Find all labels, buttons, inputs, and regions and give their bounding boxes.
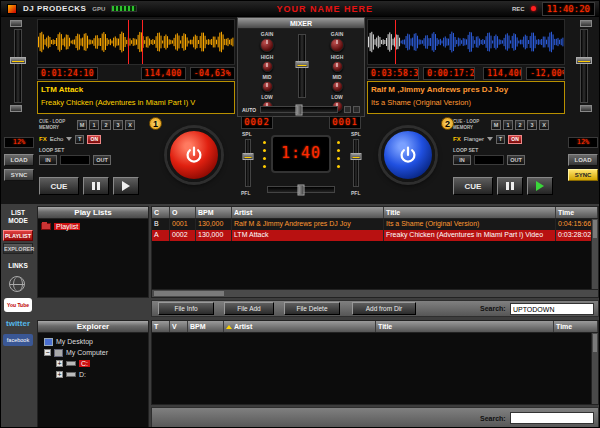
browser-table-scrollbar[interactable] <box>591 333 598 404</box>
memory-button[interactable]: 3 <box>527 120 537 130</box>
globe-icon[interactable] <box>9 276 25 292</box>
memory-button[interactable]: M <box>491 120 501 130</box>
expander-icon[interactable] <box>56 371 63 378</box>
browser-col-time[interactable]: Time <box>554 321 598 332</box>
left-fx-row: FX Echo T ON <box>39 134 151 144</box>
right-mid-knob[interactable] <box>332 81 343 92</box>
tree-node-drive-d[interactable]: D: <box>38 369 148 380</box>
fx-tap-button[interactable]: T <box>75 135 84 144</box>
left-high-knob[interactable] <box>262 61 273 72</box>
memory-button[interactable]: 1 <box>89 120 99 130</box>
file-delete-button[interactable]: File Delete <box>284 302 340 315</box>
left-sync-button[interactable]: SYNC <box>4 169 34 181</box>
memory-button[interactable]: 2 <box>515 120 525 130</box>
right-high-knob[interactable] <box>332 61 343 72</box>
facebook-link[interactable]: facebook <box>3 334 33 346</box>
loop-in-button[interactable]: IN <box>453 155 471 165</box>
mixer-level-fader[interactable] <box>298 34 306 98</box>
browser-col-t[interactable]: T <box>152 321 170 332</box>
file-info-button[interactable]: File Info <box>158 302 214 315</box>
spl-label: SPL <box>242 131 252 137</box>
crossfader[interactable] <box>260 106 338 113</box>
memory-button[interactable]: 2 <box>101 120 111 130</box>
chevron-down-icon[interactable] <box>487 137 493 141</box>
left-play-transport-button[interactable] <box>113 177 139 195</box>
loop-out-button[interactable]: OUT <box>93 155 111 165</box>
fx-tap-button[interactable]: T <box>496 135 505 144</box>
track-col-title[interactable]: Title <box>384 207 556 218</box>
left-pause-button[interactable] <box>83 177 109 195</box>
fx-on-button[interactable]: ON <box>87 135 101 144</box>
right-track-artist: Ralf M ,Jimmy Andrews pres DJ Joy <box>371 85 561 94</box>
right-pitch-fader[interactable] <box>580 29 588 103</box>
track-col-bpm[interactable]: BPM <box>196 207 232 218</box>
memory-button[interactable]: M <box>77 120 87 130</box>
track-table-scrollbar[interactable] <box>591 219 598 289</box>
right-pitch-minus-button[interactable] <box>580 105 592 112</box>
fx-on-button[interactable]: ON <box>508 135 522 144</box>
track-col-o[interactable]: O <box>170 207 196 218</box>
expander-icon[interactable] <box>56 360 63 367</box>
right-gain-knob[interactable] <box>330 38 344 52</box>
tree-node-drive-c[interactable]: C: <box>38 358 148 369</box>
left-pitch-minus-button[interactable] <box>10 105 22 112</box>
loop-in-button[interactable]: IN <box>39 155 57 165</box>
track-row[interactable]: B 0001 130,000 Ralf M & Jimmy Andrews pr… <box>152 219 598 230</box>
right-pitch-plus-button[interactable] <box>580 20 592 27</box>
browser-search-input[interactable] <box>510 412 594 424</box>
memory-button[interactable]: 1 <box>503 120 513 130</box>
left-waveform[interactable] <box>37 19 235 65</box>
memory-button[interactable]: X <box>125 120 135 130</box>
right-play-button[interactable] <box>381 128 435 182</box>
left-cue-button[interactable]: CUE <box>39 177 79 195</box>
loop-out-button[interactable]: OUT <box>507 155 525 165</box>
left-load-button[interactable]: LOAD <box>4 154 34 166</box>
chevron-down-icon[interactable] <box>66 137 72 141</box>
mixer-icon[interactable] <box>344 106 351 113</box>
youtube-link[interactable]: You Tube <box>4 298 32 312</box>
playlist-item[interactable]: Playlist <box>38 219 148 234</box>
track-table-empty-area <box>152 241 598 289</box>
mid-label: MID <box>252 74 282 80</box>
explorer-mode-button[interactable]: EXPLORER <box>3 243 33 254</box>
browser-col-bpm[interactable]: BPM <box>188 321 224 332</box>
pause-icon <box>92 182 95 190</box>
left-pitch-fader[interactable] <box>14 29 22 103</box>
left-mid-knob[interactable] <box>262 81 273 92</box>
browser-col-title[interactable]: Title <box>376 321 554 332</box>
tree-node-my-computer[interactable]: My Computer <box>38 347 148 358</box>
expander-icon[interactable] <box>44 349 51 356</box>
left-pfl-fader[interactable] <box>245 139 251 187</box>
right-pfl-fader[interactable] <box>353 139 359 187</box>
track-col-c[interactable]: C <box>152 207 170 218</box>
track-table-hscrollbar[interactable] <box>152 289 598 297</box>
deck-1-badge: 1 <box>149 117 162 130</box>
left-pitch-plus-button[interactable] <box>10 20 22 27</box>
twitter-link[interactable]: twitter <box>2 319 34 328</box>
tree-node-my-desktop[interactable]: My Desktop <box>38 336 148 347</box>
mix-fader[interactable] <box>267 186 335 193</box>
right-sync-button[interactable]: SYNC <box>568 169 598 181</box>
track-col-artist[interactable]: Artist <box>232 207 384 218</box>
left-play-button[interactable] <box>167 128 221 182</box>
memory-button[interactable]: 3 <box>113 120 123 130</box>
right-load-button[interactable]: LOAD <box>568 154 598 166</box>
cell-c: B <box>152 219 170 230</box>
track-row[interactable]: A 0002 130,000 LTM Attack Freaky Chicken… <box>152 230 598 241</box>
right-waveform[interactable] <box>367 19 565 65</box>
add-from-dir-button[interactable]: Add from Dir <box>352 302 416 315</box>
right-play-transport-button[interactable] <box>527 177 553 195</box>
memory-button[interactable]: X <box>539 120 549 130</box>
file-add-button[interactable]: File Add <box>224 302 274 315</box>
browser-col-v[interactable]: V <box>170 321 188 332</box>
fx-name: Echo <box>50 136 64 142</box>
left-gain-knob[interactable] <box>260 38 274 52</box>
track-search-input[interactable] <box>510 303 594 315</box>
right-cue-button[interactable]: CUE <box>453 177 493 195</box>
mixer-icon[interactable] <box>353 106 360 113</box>
right-pause-button[interactable] <box>497 177 523 195</box>
track-col-time[interactable]: Time <box>556 207 598 218</box>
playlist-mode-button[interactable]: PLAYLIST <box>3 230 33 241</box>
browser-col-artist[interactable]: Artist <box>224 321 376 332</box>
auto-mix-button[interactable]: AUTO <box>242 107 256 113</box>
